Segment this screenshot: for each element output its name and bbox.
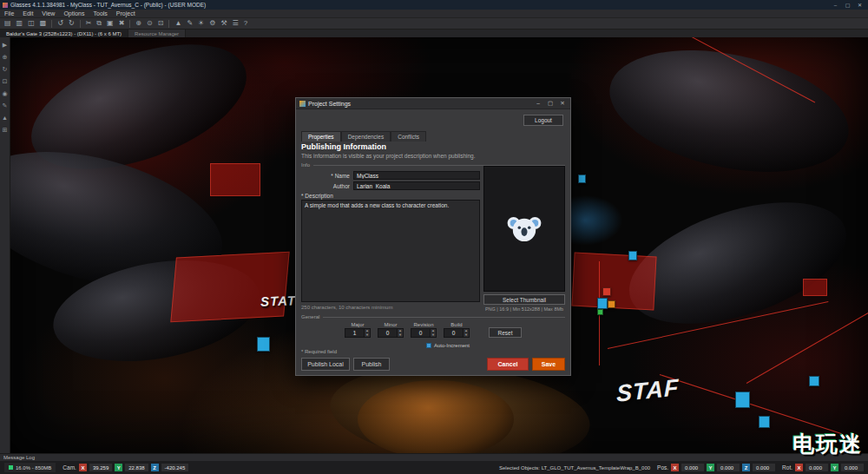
redo-icon[interactable]: ↻: [69, 20, 75, 27]
select-thumbnail-button[interactable]: Select Thumbnail: [483, 294, 565, 305]
tab-conflicts[interactable]: Conflicts: [391, 131, 426, 142]
tab-properties[interactable]: Properties: [301, 131, 341, 142]
selection-handle-cyan[interactable]: [759, 416, 770, 428]
tab-resource-manager[interactable]: Resource Manager: [128, 30, 186, 37]
publish-local-button[interactable]: Publish Local: [301, 358, 350, 371]
window-close-button[interactable]: ✕: [854, 1, 865, 9]
terrain-tool-icon[interactable]: ▲: [174, 20, 181, 27]
dialog-minimize-button[interactable]: –: [534, 100, 542, 107]
dialog-icon: [299, 101, 306, 107]
dialog-close-button[interactable]: ✕: [558, 100, 567, 107]
selection-handle-cyan[interactable]: [257, 337, 270, 352]
version-minor-label: Minor: [384, 322, 397, 327]
panels-icon[interactable]: ☰: [233, 20, 239, 27]
save-button[interactable]: Save: [532, 358, 565, 371]
delete-icon[interactable]: ✖: [119, 20, 125, 27]
author-input[interactable]: [353, 181, 480, 190]
viewport-tool-rail: ▶ ⊕ ↻ ⊡ ◉ ✎ ▲ ⊞: [0, 37, 10, 453]
build-tools-icon[interactable]: ⚒: [220, 20, 227, 27]
toolbar-separator: [80, 20, 81, 28]
version-major-arrows[interactable]: ▲▼: [364, 329, 370, 337]
general-group-header: General: [301, 314, 565, 319]
dialog-body: Logout Properties Dependencies Conflicts…: [296, 109, 570, 375]
description-char-counter: 250 characters, 10 characters minimum: [301, 305, 392, 310]
rotation-label: Rot.: [782, 464, 792, 471]
cancel-button[interactable]: Cancel: [487, 358, 529, 371]
position-z-value: 0.000: [753, 464, 775, 471]
camera-tool-icon[interactable]: ◉: [2, 90, 7, 96]
paste-icon[interactable]: ▣: [107, 20, 114, 27]
window-title: Glasses 4.1.1.384981 - MyClass - TUT_Ave…: [10, 2, 206, 8]
selection-handle-cyan[interactable]: [628, 251, 637, 260]
publishing-information-heading: Publishing Information: [301, 142, 386, 151]
paint-tool-icon[interactable]: ✎: [3, 102, 8, 109]
save-all-icon[interactable]: ▩: [40, 20, 47, 27]
selection-handle-orange[interactable]: [608, 300, 615, 308]
publish-button[interactable]: Publish: [353, 358, 390, 371]
main-toolbar: ▤ ▥ ◫ ▩ ↺ ↻ ✂ ⧉ ▣ ✖ ⊕ ⊙ ⊡ ▲ ✎ ☀ ⚙ ⚒ ☰ ?: [0, 18, 868, 30]
version-build-arrows[interactable]: ▲▼: [463, 329, 469, 337]
scale-tool-icon[interactable]: ⊡: [158, 20, 164, 27]
paint-tool-icon[interactable]: ✎: [187, 20, 193, 27]
description-textarea[interactable]: A simple mod that adds a new class to ch…: [301, 200, 480, 302]
new-file-icon[interactable]: ▤: [4, 20, 11, 27]
version-revision-spinner[interactable]: 0 ▲▼: [411, 328, 437, 338]
version-revision-label: Revision: [413, 322, 433, 327]
scene-shape: [358, 380, 514, 453]
undo-icon[interactable]: ↺: [57, 20, 63, 27]
tab-dependencies[interactable]: Dependencies: [341, 131, 391, 142]
dialog-maximize-button[interactable]: ▢: [546, 100, 555, 107]
grid-toggle-icon[interactable]: ⊞: [3, 127, 8, 133]
move-tool-icon[interactable]: ⊕: [3, 54, 8, 60]
select-tool-icon[interactable]: ▶: [3, 42, 7, 48]
position-y-value: 0.000: [717, 464, 740, 471]
menu-file[interactable]: File: [4, 10, 14, 16]
dialog-footer: Publish Local Publish Cancel Save: [301, 358, 565, 371]
selection-handle-cyan[interactable]: [809, 376, 819, 386]
menu-view[interactable]: View: [42, 10, 55, 16]
menu-project[interactable]: Project: [116, 10, 135, 16]
help-icon[interactable]: ?: [244, 20, 247, 27]
message-log-bar[interactable]: Message Log: [0, 453, 868, 461]
auto-increment-checkbox[interactable]: [426, 343, 431, 348]
terrain-tool-icon[interactable]: ▲: [2, 115, 8, 121]
version-major-spinner[interactable]: 1 ▲▼: [345, 328, 371, 338]
selection-handle-cyan[interactable]: [735, 392, 750, 408]
window-maximize-button[interactable]: ▢: [842, 1, 853, 9]
settings-icon[interactable]: ⚙: [209, 20, 215, 27]
tab-scene-viewport[interactable]: Baldur's Gate 3 (2528x1223) - (DX11) - (…: [0, 30, 128, 37]
thumbnail-panel: Select Thumbnail PNG | 16:9 | Min 512x28…: [483, 166, 565, 312]
version-revision-arrows[interactable]: ▲▼: [430, 329, 436, 337]
selection-handle-red[interactable]: [602, 287, 611, 296]
window-controls: – ▢ ✕: [830, 1, 865, 9]
version-minor-arrows[interactable]: ▲▼: [397, 329, 403, 337]
copy-icon[interactable]: ⧉: [96, 20, 102, 27]
menu-tools[interactable]: Tools: [94, 10, 108, 16]
selection-handle-green[interactable]: [597, 309, 603, 315]
logout-button[interactable]: Logout: [523, 115, 563, 126]
save-icon[interactable]: ◫: [28, 20, 35, 27]
rotate-tool-icon[interactable]: ⊙: [147, 20, 153, 27]
scene-shape: [599, 37, 860, 192]
rotate-tool-icon[interactable]: ↻: [3, 66, 8, 72]
name-input[interactable]: [353, 171, 480, 180]
open-project-icon[interactable]: ▥: [16, 20, 23, 27]
auto-increment-row: Auto-Increment: [426, 343, 470, 348]
menu-edit[interactable]: Edit: [23, 10, 33, 16]
menu-options[interactable]: Options: [63, 10, 84, 16]
footer-spacer: [393, 358, 483, 371]
version-minor-spinner[interactable]: 0 ▲▼: [378, 328, 404, 338]
version-build-spinner[interactable]: 0 ▲▼: [444, 328, 470, 338]
dialog-titlebar[interactable]: Project Settings – ▢ ✕: [296, 98, 570, 109]
window-minimize-button[interactable]: –: [830, 1, 841, 9]
lighting-tool-icon[interactable]: ☀: [198, 20, 204, 27]
reset-version-button[interactable]: Reset: [489, 327, 522, 338]
version-build-value: 0: [444, 329, 463, 337]
version-controls: Major 1 ▲▼ Minor 0 ▲▼ Revision: [345, 322, 522, 338]
move-tool-icon[interactable]: ⊕: [135, 20, 141, 27]
selection-handle-cyan[interactable]: [578, 174, 586, 183]
author-field-label: Author: [301, 183, 353, 189]
selection-handle-cyan[interactable]: [597, 298, 608, 309]
scale-tool-icon[interactable]: ⊡: [3, 78, 8, 84]
cut-icon[interactable]: ✂: [86, 20, 92, 27]
